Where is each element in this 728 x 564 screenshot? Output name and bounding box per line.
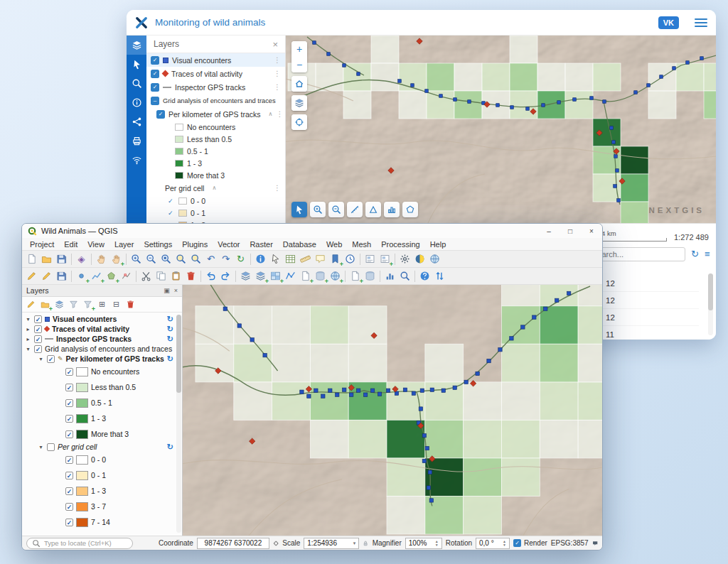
layer-item[interactable]: ▾✓✎Per kilometer of GPS tracks↻ [22, 354, 182, 364]
menu-icon[interactable] [695, 18, 707, 27]
zoom-in-tool-icon[interactable] [310, 202, 326, 217]
layer-menu-icon[interactable]: ⋮ [274, 56, 281, 64]
expander-icon[interactable]: ▾ [25, 316, 31, 322]
legend-item[interactable]: ✓No encounters [22, 364, 182, 379]
layer-checkbox[interactable]: ✓ [65, 472, 73, 479]
legend-item[interactable]: ✓0 - 1 [146, 207, 285, 219]
legend-item[interactable]: ✓1 - 3 [22, 483, 182, 499]
legend-item[interactable]: ✓More that 3 [22, 426, 182, 442]
polygon-tool-icon[interactable] [402, 202, 418, 217]
messages-icon[interactable] [592, 539, 598, 548]
web-layer-item[interactable]: ✓Traces of vital activity⋮ [146, 67, 285, 80]
menu-plugins[interactable]: Plugins [177, 239, 213, 249]
add-delimited-text-layer-icon[interactable]: + [298, 269, 313, 283]
close-panel-icon[interactable]: × [174, 287, 178, 294]
scale-combobox[interactable]: 1:254936▾ [304, 538, 359, 549]
menu-processing[interactable]: Processing [376, 239, 424, 249]
save-layer-edits-icon[interactable] [54, 269, 69, 283]
legend-item[interactable]: ✓0.5 - 1 [22, 395, 182, 411]
share-icon[interactable] [127, 112, 146, 131]
close-button[interactable]: × [581, 224, 602, 238]
menu-web[interactable]: Web [321, 239, 347, 249]
layer-indicator-icon[interactable]: ↻ [167, 443, 173, 452]
open-styling-panel-icon[interactable] [24, 298, 38, 311]
layer-indicator-icon[interactable]: ↻ [167, 335, 173, 344]
new-print-layout-icon[interactable] [363, 251, 378, 266]
new-geopackage-layer-icon[interactable] [363, 269, 378, 283]
layer-menu-icon[interactable]: ⋮ [274, 70, 281, 77]
temporal-controller-icon[interactable] [343, 251, 358, 266]
menu-project[interactable]: Project [25, 239, 59, 249]
layer-menu-icon[interactable]: ⋮ [276, 110, 283, 118]
collapse-icon[interactable]: ∧ [269, 111, 273, 117]
filter-legend-icon[interactable] [67, 298, 80, 311]
layer-checkbox[interactable]: ✓ [47, 355, 55, 363]
pointer-tool-icon[interactable] [291, 202, 307, 217]
menu-mesh[interactable]: Mesh [347, 239, 376, 249]
layer-checkbox[interactable]: ✓ [34, 315, 42, 323]
zoom-full-icon[interactable] [159, 251, 173, 266]
zoom-out-tool-icon[interactable] [328, 202, 344, 217]
expand-all-icon[interactable]: ⊞ [95, 298, 109, 311]
magnifier-spinner[interactable]: 100%▲▼ [405, 538, 442, 549]
osm-search-icon[interactable] [397, 269, 412, 283]
menu-vector[interactable]: Vector [213, 239, 245, 249]
pan-map-icon[interactable] [94, 251, 109, 266]
legend-item[interactable]: ✓3 - 7 [22, 499, 182, 514]
menu-view[interactable]: View [82, 239, 109, 249]
menu-edit[interactable]: Edit [59, 239, 82, 249]
layer-checkbox[interactable]: ✓ [65, 487, 73, 495]
locate-input[interactable]: Type to locate (Ctrl+K) [26, 538, 133, 549]
web-layer-item[interactable]: Per grid cell∧⋮ [146, 181, 285, 195]
maximize-button[interactable]: □ [560, 224, 581, 238]
metasearch-icon[interactable] [427, 251, 442, 266]
add-point-feature-icon[interactable]: + [74, 269, 89, 283]
identify-features-icon[interactable] [253, 251, 268, 266]
add-postgis-layer-icon[interactable]: + [313, 269, 328, 283]
zoom-last-icon[interactable]: ↶ [203, 251, 218, 266]
redo-icon[interactable] [218, 269, 233, 283]
open-attribute-table-icon[interactable] [283, 251, 298, 266]
user-badge[interactable]: VK [658, 16, 679, 29]
layer-item[interactable]: ▾✓Grid analysis of encounters and traces [22, 344, 182, 354]
pan-to-selection-icon[interactable]: + [109, 251, 124, 266]
zoom-out-button[interactable]: − [291, 57, 307, 72]
legend-item[interactable]: ✓7 - 14 [22, 514, 182, 530]
toggle-editing-icon[interactable] [39, 269, 54, 283]
expander-icon[interactable]: ▸ [25, 326, 31, 332]
zoom-in-icon[interactable] [129, 251, 144, 266]
legend-item[interactable]: ✓1 - 3 [22, 411, 182, 426]
layer-item[interactable]: ▾Per grid cell↻ [22, 442, 182, 452]
web-layer-item[interactable]: ✓Inspector GPS tracks⋮ [146, 80, 285, 94]
refresh-icon[interactable]: ↻ [233, 251, 248, 266]
render-checkbox[interactable]: ✓Render [513, 539, 547, 547]
expander-icon[interactable]: ▾ [38, 356, 44, 362]
legend-item[interactable]: ✓0 - 0 [22, 452, 182, 467]
add-line-feature-icon[interactable]: + [89, 269, 104, 283]
cut-features-icon[interactable] [139, 269, 154, 283]
crs-button[interactable]: EPSG:3857 [551, 539, 589, 547]
layer-indicator-icon[interactable]: ↻ [167, 354, 173, 364]
new-shapefile-layer-icon[interactable]: + [348, 269, 363, 283]
rotation-spinner[interactable]: 0,0 °▲▼ [476, 538, 510, 549]
telemetry-icon[interactable] [127, 151, 146, 170]
legend-item[interactable]: ✓Less than 0.5 [22, 379, 182, 395]
map-tips-icon[interactable] [313, 251, 328, 266]
measure-tool-icon[interactable] [347, 202, 363, 217]
layer-indicator-icon[interactable]: ↻ [167, 325, 173, 334]
coordinate-value[interactable]: 9874267 6370022 [197, 538, 269, 549]
zoom-in-button[interactable]: + [291, 41, 307, 57]
open-project-icon[interactable] [39, 251, 54, 266]
layout-manager-icon[interactable]: + [378, 251, 392, 266]
expander-icon[interactable]: ▾ [25, 346, 31, 352]
add-group-icon[interactable]: + [38, 298, 52, 311]
refresh-icon[interactable]: ↻ [691, 249, 699, 259]
layers-icon[interactable] [127, 36, 146, 55]
qgis-map[interactable] [183, 285, 602, 536]
remove-layer-icon[interactable] [124, 298, 137, 311]
menu-layer[interactable]: Layer [109, 239, 139, 249]
class-checkbox[interactable]: ✓ [168, 197, 175, 205]
layer-checkbox[interactable]: ✓ [34, 345, 42, 353]
web-map-canvas[interactable] [286, 36, 716, 223]
legend-item[interactable]: ✓0 - 0 [146, 195, 285, 207]
